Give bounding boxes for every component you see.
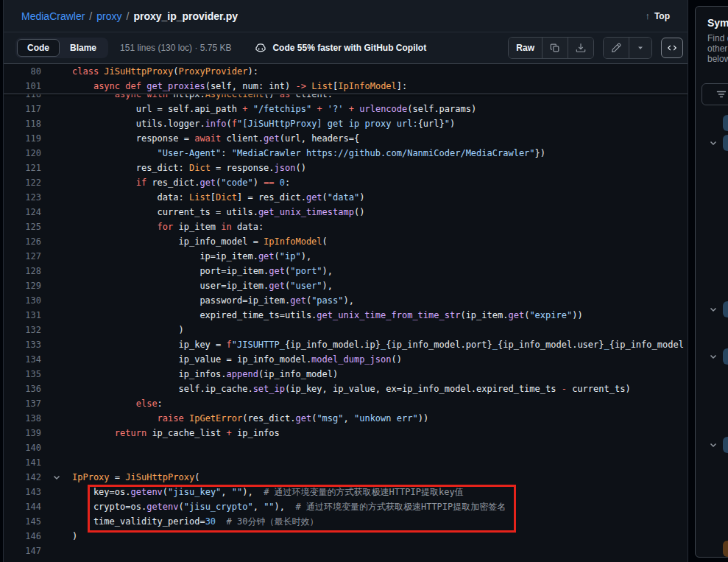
symbol-pill[interactable] (723, 115, 728, 131)
line-number[interactable]: 146 (4, 529, 41, 544)
raw-button[interactable]: Raw (509, 38, 542, 58)
line-number[interactable]: 142 (4, 470, 41, 485)
fold-chevron-icon[interactable] (52, 473, 61, 482)
code-line-content: res_dict: Dict = response.json() (72, 161, 306, 175)
code-line: 135 ip_infos.append(ip_info_model) (4, 367, 688, 382)
line-number[interactable]: 123 (4, 190, 41, 205)
symbol-pill[interactable] (723, 437, 728, 453)
code-line: 143 key=os.getenv("jisu_key", ""), # 通过环… (4, 485, 688, 499)
breadcrumb-separator: / (89, 10, 92, 22)
line-number[interactable]: 143 (4, 485, 41, 499)
raw-button-group: Raw (508, 37, 594, 59)
line-number[interactable]: 121 (4, 161, 41, 175)
breadcrumb-folder-link[interactable]: proxy (96, 10, 121, 22)
chevron-down-icon[interactable] (709, 440, 718, 449)
line-number[interactable]: 117 (4, 102, 41, 116)
symbol-pill[interactable] (723, 135, 728, 151)
line-number[interactable]: 128 (4, 264, 41, 278)
line-number[interactable]: 125 (4, 219, 41, 234)
code-line: 141 (4, 455, 688, 470)
fold-column (41, 102, 72, 116)
line-number[interactable]: 124 (4, 205, 41, 219)
code-line-content: expired_time_ts=utils.get_unix_time_from… (72, 308, 583, 323)
fold-column (41, 455, 72, 470)
copilot-banner: Code 55% faster with GitHub Copilot (255, 42, 426, 54)
symbol-pill[interactable] (723, 301, 728, 317)
line-number[interactable]: 145 (4, 514, 41, 529)
fold-column (41, 175, 72, 190)
line-number[interactable]: 127 (4, 249, 41, 264)
line-number[interactable]: 80 (4, 64, 41, 79)
symbol-pill[interactable] (723, 348, 728, 365)
line-number[interactable]: 137 (4, 396, 41, 411)
line-number[interactable]: 120 (4, 146, 41, 161)
tab-blame[interactable]: Blame (60, 39, 107, 57)
line-number[interactable]: 147 (4, 544, 41, 558)
code-line-content: key=os.getenv("jisu_key", ""), # 通过环境变量的… (72, 485, 464, 499)
line-number[interactable]: 139 (4, 426, 41, 440)
code-line-content: if res_dict.get("code") == 0: (72, 175, 290, 190)
symbols-filter-button[interactable] (702, 83, 728, 105)
code-line-content: utils.logger.info(f"[JiSuHttpProxy] get … (72, 116, 455, 131)
symbol-pill[interactable] (723, 541, 728, 557)
chevron-down-icon[interactable] (709, 138, 718, 147)
code-line: 120 "User-Agent": "MediaCrawler https://… (4, 146, 688, 161)
fold-column (41, 79, 72, 94)
code-line: 133 ip_key = f"JISUHTTP_{ip_info_model.i… (4, 337, 688, 352)
code-brackets-icon (667, 43, 677, 53)
code-line: 139 return ip_cache_list + ip_infos (4, 426, 688, 440)
copy-button[interactable] (542, 38, 568, 58)
code-lines: 116 async with httpx.AsyncClient() as cl… (4, 87, 688, 558)
chevron-down-icon[interactable] (709, 352, 718, 361)
code-line: 119 response = await client.get(url, hea… (4, 131, 688, 146)
code-line-content: port=ip_item.get("port"), (72, 264, 333, 278)
fold-column (41, 367, 72, 382)
download-button[interactable] (568, 38, 593, 58)
code-line: 130 password=ip_item.get("pass"), (4, 293, 688, 308)
code-line: 80class JiSuHttpProxy(ProxyProvider): (4, 64, 688, 79)
toolbar-actions: Raw (508, 37, 683, 59)
code-line: 147 (4, 544, 688, 558)
line-number[interactable]: 122 (4, 175, 41, 190)
symbols-panel-title: Symbols (696, 7, 728, 33)
line-number[interactable]: 140 (4, 440, 41, 455)
download-icon (576, 43, 586, 53)
line-number[interactable]: 129 (4, 278, 41, 293)
file-view-container: MediaCrawler / proxy / proxy_ip_provider… (3, 0, 688, 562)
edit-dropdown-button[interactable] (629, 38, 651, 58)
line-number[interactable]: 135 (4, 367, 41, 382)
line-number[interactable]: 132 (4, 323, 41, 337)
code-line: 144 crypto=os.getenv("jisu_crypto", ""),… (4, 499, 688, 514)
line-number[interactable]: 130 (4, 293, 41, 308)
line-number[interactable]: 131 (4, 308, 41, 323)
copilot-icon (255, 42, 266, 54)
back-to-top-button[interactable]: ↑ Top (645, 10, 670, 21)
line-number[interactable]: 138 (4, 411, 41, 426)
breadcrumb-repo-link[interactable]: MediaCrawler (21, 10, 85, 22)
code-line-content: url = self.api_path + "/fetchips" + '?' … (72, 102, 476, 116)
pencil-icon (611, 43, 621, 53)
code-line: 140 (4, 440, 688, 455)
line-number[interactable]: 118 (4, 116, 41, 131)
line-number[interactable]: 101 (4, 79, 41, 94)
line-number[interactable]: 144 (4, 499, 41, 514)
line-number[interactable]: 133 (4, 337, 41, 352)
tab-code[interactable]: Code (17, 39, 60, 57)
fold-column (41, 382, 72, 396)
line-number[interactable]: 141 (4, 455, 41, 470)
symbols-toggle-button[interactable] (661, 38, 683, 58)
code-line: 145 time_validity_period=30 # 30分钟（最长时效） (4, 514, 688, 529)
line-number[interactable]: 119 (4, 131, 41, 146)
code-line: 136 self.ip_cache.set_ip(ip_key, ip_valu… (4, 382, 688, 396)
code-line: 121 res_dict: Dict = response.json() (4, 161, 688, 175)
line-number[interactable]: 136 (4, 382, 41, 396)
chevron-down-icon[interactable] (709, 305, 718, 314)
symbols-description-line: other symbols in this file by clicking a… (707, 43, 728, 54)
code-viewer: 80class JiSuHttpProxy(ProxyProvider):101… (4, 64, 688, 561)
line-number[interactable]: 134 (4, 352, 41, 367)
sticky-code-lines: 80class JiSuHttpProxy(ProxyProvider):101… (4, 64, 688, 94)
edit-button[interactable] (604, 38, 629, 58)
edit-button-group (603, 37, 652, 59)
line-number[interactable]: 126 (4, 234, 41, 249)
code-line: 101 async def get_proxies(self, num: int… (4, 79, 688, 94)
